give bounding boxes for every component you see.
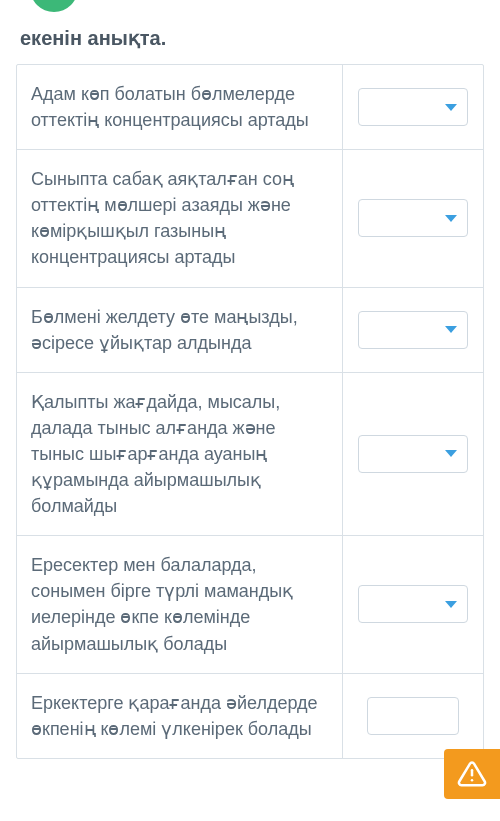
table-row: Қалыпты жағдайда, мысалы, далада тыныс а…: [17, 373, 483, 536]
statement-text: Бөлмені желдету өте маңызды, әсіресе ұйы…: [17, 288, 343, 372]
answer-dropdown[interactable]: [358, 88, 468, 126]
chevron-down-icon: [445, 450, 457, 457]
answer-cell: [343, 150, 483, 286]
chevron-down-icon: [445, 104, 457, 111]
answer-dropdown[interactable]: [358, 435, 468, 473]
table-row: Ересектер мен балаларда, сонымен бірге т…: [17, 536, 483, 673]
alert-triangle-icon: [457, 759, 487, 789]
answer-cell: [343, 288, 483, 372]
statement-text: Адам көп болатын бөлмелерде оттектің кон…: [17, 65, 343, 149]
chevron-down-icon: [445, 215, 457, 222]
header-partial: [0, 0, 500, 18]
instruction-text: екенін анықта.: [16, 18, 484, 64]
chevron-down-icon: [445, 326, 457, 333]
chevron-down-icon: [445, 601, 457, 608]
answer-cell: [343, 373, 483, 535]
answer-cell: [343, 65, 483, 149]
avatar-circle-partial: [30, 0, 78, 12]
answer-dropdown[interactable]: [358, 311, 468, 349]
alert-tab[interactable]: [444, 749, 500, 799]
answer-cell: [343, 536, 483, 672]
table-row: Еркектерге қарағанда әйелдерде өкпенің к…: [17, 674, 483, 758]
table-row: Бөлмені желдету өте маңызды, әсіресе ұйы…: [17, 288, 483, 373]
statement-text: Сыныпта сабақ аяқталған соң оттектің мөл…: [17, 150, 343, 286]
answer-cell: [343, 674, 483, 758]
matching-table: Адам көп болатын бөлмелерде оттектің кон…: [16, 64, 484, 759]
statement-text: Еркектерге қарағанда әйелдерде өкпенің к…: [17, 674, 343, 758]
statement-text: Ересектер мен балаларда, сонымен бірге т…: [17, 536, 343, 672]
answer-dropdown[interactable]: [358, 585, 468, 623]
statement-text: Қалыпты жағдайда, мысалы, далада тыныс а…: [17, 373, 343, 535]
answer-dropdown[interactable]: [358, 199, 468, 237]
table-row: Сыныпта сабақ аяқталған соң оттектің мөл…: [17, 150, 483, 287]
content-container: екенін анықта. Адам көп болатын бөлмелер…: [0, 18, 500, 759]
answer-dropdown[interactable]: [367, 697, 459, 735]
table-row: Адам көп болатын бөлмелерде оттектің кон…: [17, 65, 483, 150]
